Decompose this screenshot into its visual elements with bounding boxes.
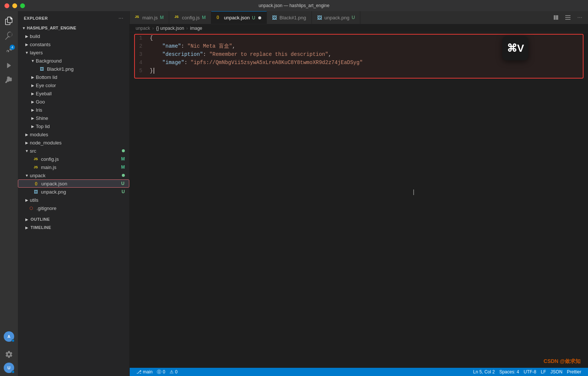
cmd-symbol: ⌘V	[507, 42, 524, 54]
tab-configjs[interactable]: JS config.js M	[169, 11, 211, 24]
constants-label: constants	[30, 42, 125, 47]
status-branch[interactable]: ⎇ main	[134, 369, 155, 375]
unpackpng-file-icon: 🖼	[33, 189, 39, 195]
eyeball-label: Eyeball	[36, 91, 125, 96]
configjs-label: config.js	[41, 156, 120, 162]
utils-label: utils	[30, 197, 125, 203]
activity-bottom: A U	[2, 331, 16, 373]
tree-folder-build[interactable]: ▶ build	[18, 32, 129, 40]
tree-folder-eyeball[interactable]: ▶ Eyeball	[18, 89, 129, 98]
goo-arrow: ▶	[30, 99, 36, 105]
tree-folder-constants[interactable]: ▶ constants	[18, 40, 129, 48]
more-actions-button[interactable]: ···	[575, 12, 585, 23]
minimize-button[interactable]	[12, 3, 17, 8]
tab-unpackpng-label: unpack.png	[325, 15, 350, 20]
tab-unpackjson[interactable]: {} unpack.json U	[211, 11, 267, 24]
editor-content[interactable]: ⌘V 1 2 3 4 5 { "name": "Nic Meta 盲盒", "d…	[130, 32, 588, 368]
timeline-section[interactable]: ▶ TIMELINE	[18, 223, 129, 232]
eyecolor-label: Eye color	[36, 83, 125, 88]
editor-container: JS main.js M JS config.js M {} unpack.js…	[130, 11, 588, 376]
outline-section[interactable]: ▶ OUTLINE	[18, 215, 129, 223]
tree-file-mainjs[interactable]: JS main.js M	[18, 163, 129, 171]
tree-file-gitignore[interactable]: ⬡ .gitignore	[18, 204, 129, 212]
line-numbers: 1 2 3 4 5	[130, 34, 148, 75]
layers-label: layers	[30, 50, 125, 55]
outline-arrow: ▶	[24, 216, 30, 222]
status-right: Ln 5, Col 2 Spaces: 4 UTF-8 LF JSON Pret…	[471, 369, 584, 375]
tree-folder-background[interactable]: ▼ Background	[18, 57, 129, 65]
status-position[interactable]: Ln 5, Col 2	[471, 369, 497, 375]
breadcrumb-sep2: ›	[186, 26, 188, 31]
root-arrow: ▼	[21, 25, 27, 31]
activity-explorer[interactable]	[2, 14, 16, 28]
activity-settings[interactable]	[2, 348, 16, 361]
tree-file-unpackpng[interactable]: 🖼 unpack.png U	[18, 188, 129, 196]
tab-mainjs[interactable]: JS main.js M	[130, 11, 169, 24]
tree-folder-goo[interactable]: ▶ Goo	[18, 98, 129, 106]
build-arrow: ▶	[24, 33, 30, 39]
tab-unpackjson-modified	[258, 16, 261, 19]
tree-folder-iris[interactable]: ▶ Iris	[18, 106, 129, 114]
shine-arrow: ▶	[30, 115, 36, 121]
tree-folder-nodemodules[interactable]: ▶ node_modules	[18, 138, 129, 147]
unpack-folder-label: unpack	[30, 173, 119, 178]
goo-label: Goo	[36, 99, 125, 105]
activity-run[interactable]	[2, 59, 16, 72]
tree-folder-src[interactable]: ▼ src	[18, 147, 129, 155]
status-language[interactable]: JSON	[548, 369, 565, 375]
tree-root-folder[interactable]: ▼ HASHLIPS_ART_ENGINE	[18, 24, 129, 32]
maximize-button[interactable]	[20, 3, 25, 8]
modules-arrow: ▶	[24, 131, 30, 137]
activity-search[interactable]	[2, 29, 16, 42]
user-avatar-top[interactable]: A	[4, 331, 14, 342]
avatar-badge-dot	[12, 339, 15, 342]
tree-file-unpackjson[interactable]: {} unpack.json U	[18, 179, 129, 188]
tree-folder-shine[interactable]: ▶ Shine	[18, 114, 129, 122]
unpackjson-label: unpack.json	[41, 181, 120, 187]
tab-configjs-label: config.js	[182, 15, 200, 20]
activity-extensions[interactable]	[2, 74, 16, 87]
tree-folder-utils[interactable]: ▶ utils	[18, 196, 129, 204]
tree-folder-modules[interactable]: ▶ modules	[18, 130, 129, 138]
close-button[interactable]	[4, 3, 9, 8]
status-formatter[interactable]: Prettier	[565, 369, 584, 375]
sidebar-more-actions[interactable]: ···	[118, 15, 123, 22]
tabs-bar: JS main.js M JS config.js M {} unpack.js…	[130, 11, 588, 24]
shine-label: Shine	[36, 115, 125, 121]
tree-folder-unpack[interactable]: ▼ unpack	[18, 171, 129, 179]
bottomlid-label: Bottom lid	[36, 74, 125, 80]
ln-3: 3	[130, 50, 142, 58]
breadcrumb-unpackjson[interactable]: {} unpack.json	[156, 26, 184, 31]
status-eol[interactable]: LF	[538, 369, 548, 375]
unpackpng-label: unpack.png	[41, 189, 120, 195]
tab-unpackpng-badge: U	[352, 15, 355, 20]
breadcrumb-unpack[interactable]: unpack	[136, 26, 150, 31]
sidebar-header: EXPLORER ···	[18, 11, 129, 24]
tree-file-black1png[interactable]: 🖼 Black#1.png	[18, 65, 129, 73]
tree-file-configjs[interactable]: JS config.js M	[18, 155, 129, 163]
user-avatar-bottom[interactable]: U	[4, 363, 14, 373]
timeline-arrow: ▶	[24, 224, 30, 230]
black1-file-icon: 🖼	[39, 66, 45, 72]
breadcrumb-image[interactable]: image	[190, 26, 202, 31]
tab-mainjs-icon: JS	[135, 15, 140, 20]
layout-button[interactable]	[563, 12, 573, 23]
split-editor-button[interactable]	[551, 12, 561, 23]
eyecolor-arrow: ▶	[30, 82, 36, 88]
unpack-arrow: ▼	[24, 172, 30, 178]
activity-bar: 4 A U	[0, 11, 18, 376]
status-encoding[interactable]: UTF-8	[521, 369, 538, 375]
tab-black1png[interactable]: 🖼 Black#1.png	[267, 11, 312, 24]
tree-folder-bottomlid[interactable]: ▶ Bottom lid	[18, 73, 129, 81]
status-spaces[interactable]: Spaces: 4	[497, 369, 521, 375]
tree-folder-layers[interactable]: ▼ layers	[18, 48, 129, 57]
tab-unpackpng[interactable]: 🖼 unpack.png U	[312, 11, 361, 24]
status-warnings[interactable]: ⚠ 0	[167, 369, 180, 375]
outline-title: OUTLINE	[31, 217, 50, 222]
activity-source-control[interactable]: 4	[2, 44, 16, 57]
ln-1: 1	[130, 34, 142, 42]
tree-folder-toplid[interactable]: ▶ Top lid	[18, 122, 129, 130]
status-errors[interactable]: ⓪ 0	[155, 369, 167, 375]
tree-folder-eyecolor[interactable]: ▶ Eye color	[18, 81, 129, 89]
gitignore-icon: ⬡	[28, 205, 34, 211]
